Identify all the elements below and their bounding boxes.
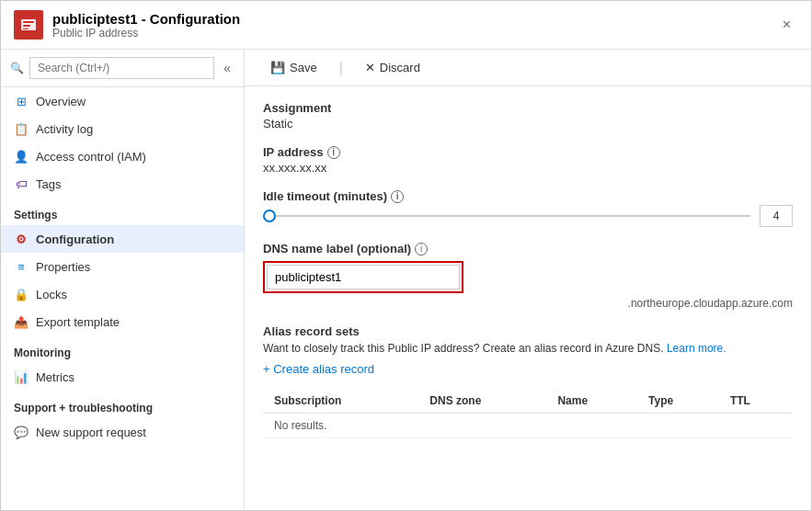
create-alias-button[interactable]: + Create alias record xyxy=(263,362,793,376)
ip-address-value: xx.xxx.xx.xx xyxy=(263,161,793,175)
sidebar-item-support-label: New support request xyxy=(36,426,146,439)
tags-icon: 🏷 xyxy=(14,176,29,191)
sidebar-item-iam[interactable]: 👤 Access control (IAM) xyxy=(1,142,244,170)
locks-icon: 🔒 xyxy=(14,287,29,301)
create-alias-label: + Create alias record xyxy=(263,362,374,376)
no-results-cell: No results. xyxy=(263,414,793,438)
learn-more-link[interactable]: Learn more. xyxy=(667,342,726,355)
app-icon xyxy=(14,10,43,40)
sidebar-item-properties-label: Properties xyxy=(36,260,90,274)
sidebar-item-tags-label: Tags xyxy=(36,177,61,191)
toolbar-separator: | xyxy=(339,60,343,76)
discard-icon: ✕ xyxy=(365,61,375,74)
dns-suffix: .northeurope.cloudapp.azure.com xyxy=(263,297,793,310)
sidebar-item-overview[interactable]: ⊞ Overview xyxy=(1,87,244,115)
sidebar-item-locks[interactable]: 🔒 Locks xyxy=(1,280,244,308)
toolbar: 💾 Save | ✕ Discard xyxy=(245,50,811,86)
title-bar: publiciptest1 - Configuration Public IP … xyxy=(1,1,811,50)
idle-timeout-info-icon[interactable]: i xyxy=(391,190,404,203)
content-area: 💾 Save | ✕ Discard Assignment Static xyxy=(245,50,811,510)
discard-label: Discard xyxy=(380,61,420,74)
svg-rect-3 xyxy=(23,28,29,29)
properties-icon: ≡ xyxy=(14,259,29,274)
col-name: Name xyxy=(546,389,637,414)
sidebar-item-export-label: Export template xyxy=(36,315,120,329)
metrics-icon: 📊 xyxy=(14,369,29,384)
form-content: Assignment Static IP address i xx.xxx.xx… xyxy=(245,86,811,453)
sidebar-item-activity-log-label: Activity log xyxy=(36,122,93,136)
monitoring-section-label: Monitoring xyxy=(1,335,244,363)
idle-timeout-slider-track xyxy=(263,215,750,217)
col-ttl: TTL xyxy=(719,389,793,414)
idle-timeout-label: Idle timeout (minutes) i xyxy=(263,189,793,203)
settings-section-label: Settings xyxy=(1,198,244,225)
configuration-icon: ⚙ xyxy=(14,232,29,246)
alias-title: Alias record sets xyxy=(263,324,793,338)
col-type: Type xyxy=(637,389,719,414)
main-layout: 🔍 « ⊞ Overview 📋 Activity log 👤 Access c… xyxy=(1,50,811,510)
sidebar-item-configuration-label: Configuration xyxy=(36,233,114,246)
col-subscription: Subscription xyxy=(263,389,418,414)
sidebar-item-activity-log[interactable]: 📋 Activity log xyxy=(1,115,244,142)
col-dns-zone: DNS zone xyxy=(418,389,546,414)
sidebar-item-metrics-label: Metrics xyxy=(36,370,74,384)
window-title: publiciptest1 - Configuration xyxy=(52,11,240,27)
sidebar-item-tags[interactable]: 🏷 Tags xyxy=(1,170,244,198)
dns-info-icon[interactable]: i xyxy=(415,243,428,255)
save-icon: 💾 xyxy=(270,61,285,74)
dns-label-section: DNS name label (optional) i .northeurope… xyxy=(263,242,793,310)
sidebar: 🔍 « ⊞ Overview 📋 Activity log 👤 Access c… xyxy=(1,50,245,510)
sidebar-item-iam-label: Access control (IAM) xyxy=(36,150,146,164)
assignment-section: Assignment Static xyxy=(263,101,793,131)
table-header-row: Subscription DNS zone Name Type TTL xyxy=(263,389,793,414)
dns-name-input[interactable] xyxy=(267,265,460,290)
ip-address-section: IP address i xx.xxx.xx.xx xyxy=(263,145,793,175)
idle-timeout-section: Idle timeout (minutes) i 4 xyxy=(263,189,793,227)
search-icon: 🔍 xyxy=(10,62,24,74)
sidebar-item-metrics[interactable]: 📊 Metrics xyxy=(1,363,244,391)
slider-thumb[interactable] xyxy=(263,210,276,222)
support-section-label: Support + troubleshooting xyxy=(1,391,244,418)
ip-address-label: IP address i xyxy=(263,145,793,159)
window-subtitle: Public IP address xyxy=(52,27,240,40)
save-button[interactable]: 💾 Save xyxy=(263,57,325,78)
svg-rect-1 xyxy=(23,21,34,23)
overview-icon: ⊞ xyxy=(14,94,29,108)
assignment-value: Static xyxy=(263,117,793,131)
search-input[interactable] xyxy=(29,57,214,79)
assignment-label: Assignment xyxy=(263,101,793,115)
dns-label-row: DNS name label (optional) i xyxy=(263,242,793,255)
table-no-results-row: No results. xyxy=(263,414,793,438)
export-icon: 📤 xyxy=(14,314,29,329)
close-button[interactable]: × xyxy=(775,13,798,37)
support-icon: 💬 xyxy=(14,425,29,439)
sidebar-item-export[interactable]: 📤 Export template xyxy=(1,308,244,335)
save-label: Save xyxy=(290,61,317,74)
alias-record-table: Subscription DNS zone Name Type TTL No r… xyxy=(263,389,793,438)
iam-icon: 👤 xyxy=(14,149,29,164)
svg-rect-2 xyxy=(23,25,30,27)
dns-input-container xyxy=(263,261,793,293)
activity-log-icon: 📋 xyxy=(14,121,29,136)
title-bar-text: publiciptest1 - Configuration Public IP … xyxy=(52,11,240,40)
alias-section: Alias record sets Want to closely track … xyxy=(263,324,793,438)
discard-button[interactable]: ✕ Discard xyxy=(358,57,428,78)
sidebar-item-properties[interactable]: ≡ Properties xyxy=(1,253,244,280)
sidebar-item-locks-label: Locks xyxy=(36,288,67,301)
idle-timeout-value[interactable]: 4 xyxy=(760,205,793,227)
window: publiciptest1 - Configuration Public IP … xyxy=(0,0,812,511)
ip-info-icon[interactable]: i xyxy=(327,146,340,159)
dns-field-label: DNS name label (optional) xyxy=(263,242,411,255)
idle-timeout-slider-row: 4 xyxy=(263,205,793,227)
search-box: 🔍 « xyxy=(1,50,244,87)
dns-input-wrap xyxy=(263,261,463,293)
sidebar-item-configuration[interactable]: ⚙ Configuration xyxy=(1,225,244,253)
sidebar-item-support[interactable]: 💬 New support request xyxy=(1,418,244,446)
alias-desc: Want to closely track this Public IP add… xyxy=(263,342,793,355)
sidebar-item-overview-label: Overview xyxy=(36,95,86,108)
collapse-button[interactable]: « xyxy=(220,59,234,77)
